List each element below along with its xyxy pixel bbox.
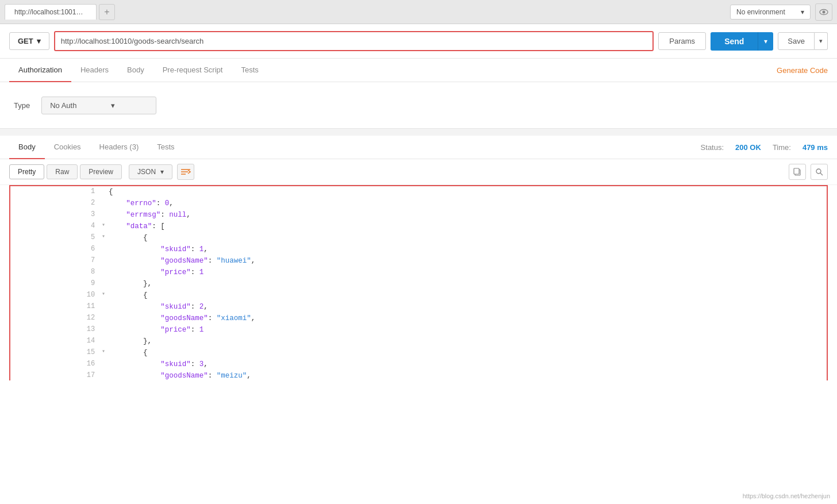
send-group: Send ▾ xyxy=(711,32,773,51)
table-row: 10▾ { xyxy=(10,290,827,301)
table-row: 4▾ "data": [ xyxy=(10,221,827,232)
status-value: 200 OK xyxy=(735,143,761,152)
active-tab[interactable]: http://localhost:10010/goc xyxy=(5,4,97,20)
fold-arrow xyxy=(101,313,109,324)
table-row: 2 "errno": 0, xyxy=(10,198,827,209)
time-label: Time: xyxy=(773,143,791,152)
eye-button[interactable] xyxy=(815,3,832,21)
svg-point-7 xyxy=(816,169,821,174)
copy-icon xyxy=(793,168,801,176)
fold-arrow[interactable]: ▾ xyxy=(101,221,109,232)
response-tab-tests[interactable]: Tests xyxy=(148,136,183,159)
generate-code-link[interactable]: Generate Code xyxy=(777,66,828,75)
main-layout: GET ▾ Params Send ▾ Save ▾ Authorization… xyxy=(0,24,837,504)
save-dropdown-button[interactable]: ▾ xyxy=(815,32,828,50)
status-info: Status: 200 OK Time: 479 ms xyxy=(701,143,828,152)
tab-prerequest[interactable]: Pre-request Script xyxy=(153,59,232,82)
table-row: 14 }, xyxy=(10,336,827,347)
svg-line-8 xyxy=(820,173,823,175)
response-tab-cookies[interactable]: Cookies xyxy=(45,136,90,159)
send-dropdown-button[interactable]: ▾ xyxy=(758,32,773,51)
environment-selector[interactable]: No environment ▾ xyxy=(730,5,811,20)
fold-arrow xyxy=(101,198,109,209)
table-row: 1{ xyxy=(10,186,827,198)
table-row: 7 "goodsName": "huawei", xyxy=(10,255,827,267)
auth-type-selector[interactable]: No Auth ▾ xyxy=(41,97,156,114)
method-button[interactable]: GET ▾ xyxy=(9,32,49,50)
code-content[interactable]: 1{2 "errno": 0,3 "errmsg": null,4▾ "data… xyxy=(0,185,837,380)
env-chevron-icon: ▾ xyxy=(801,8,804,16)
wrap-icon xyxy=(181,168,191,176)
send-button[interactable]: Send xyxy=(711,32,758,51)
fold-arrow xyxy=(101,267,109,278)
wrap-button[interactable] xyxy=(177,164,194,180)
fold-arrow xyxy=(101,255,109,267)
auth-section: Authorization Headers Body Pre-request S… xyxy=(0,59,837,129)
type-label: Type xyxy=(14,101,30,110)
tab-body[interactable]: Body xyxy=(118,59,153,82)
table-row: 3 "errmsg": null, xyxy=(10,209,827,221)
add-tab-button[interactable]: + xyxy=(99,4,115,20)
search-code-button[interactable] xyxy=(811,164,828,180)
url-input[interactable] xyxy=(55,32,653,50)
format-label: JSON xyxy=(137,168,156,176)
table-row: 15▾ { xyxy=(10,347,827,359)
status-label: Status: xyxy=(701,143,724,152)
response-section: Body Cookies Headers (3) Tests Status: 2… xyxy=(0,136,837,504)
fold-arrow xyxy=(101,324,109,336)
svg-point-1 xyxy=(823,10,826,13)
eye-icon xyxy=(819,7,828,17)
search-code-icon xyxy=(815,168,823,176)
fold-arrow xyxy=(101,370,109,380)
fold-arrow[interactable]: ▾ xyxy=(101,347,109,359)
table-row: 11 "skuid": 2, xyxy=(10,301,827,313)
format-chevron-icon: ▾ xyxy=(160,168,164,176)
fold-arrow xyxy=(101,359,109,370)
url-input-wrap xyxy=(54,31,654,51)
auth-type-chevron-icon: ▾ xyxy=(111,101,115,110)
pretty-button[interactable]: Pretty xyxy=(9,164,44,179)
fold-arrow xyxy=(101,301,109,313)
save-button[interactable]: Save xyxy=(778,32,815,50)
top-right-controls: No environment ▾ xyxy=(730,3,832,21)
fold-arrow[interactable]: ▾ xyxy=(101,290,109,301)
fold-arrow[interactable]: ▾ xyxy=(101,232,109,244)
fold-arrow xyxy=(101,209,109,221)
auth-type-value: No Auth xyxy=(50,101,76,110)
preview-button[interactable]: Preview xyxy=(80,164,122,179)
fold-arrow xyxy=(101,186,109,198)
response-tabs-row: Body Cookies Headers (3) Tests Status: 2… xyxy=(0,136,837,159)
request-bar: GET ▾ Params Send ▾ Save ▾ xyxy=(0,24,837,59)
fold-arrow xyxy=(101,278,109,290)
table-row: 6 "skuid": 1, xyxy=(10,244,827,255)
params-button[interactable]: Params xyxy=(658,32,706,50)
env-label: No environment xyxy=(736,8,785,16)
table-row: 9 }, xyxy=(10,278,827,290)
table-row: 13 "price": 1 xyxy=(10,324,827,336)
request-tabs-row: Authorization Headers Body Pre-request S… xyxy=(0,59,837,82)
method-chevron-icon: ▾ xyxy=(37,37,41,45)
method-label: GET xyxy=(18,37,33,45)
response-tab-body[interactable]: Body xyxy=(9,136,45,159)
table-row: 5▾ { xyxy=(10,232,827,244)
fold-arrow xyxy=(101,336,109,347)
tab-tests[interactable]: Tests xyxy=(232,59,267,82)
tab-authorization[interactable]: Authorization xyxy=(9,59,71,82)
tab-headers[interactable]: Headers xyxy=(71,59,118,82)
format-selector[interactable]: JSON ▾ xyxy=(129,164,172,179)
copy-button[interactable] xyxy=(789,164,806,180)
response-tab-headers[interactable]: Headers (3) xyxy=(90,136,148,159)
table-row: 17 "goodsName": "meizu", xyxy=(10,370,827,380)
save-group: Save ▾ xyxy=(778,32,828,50)
top-bar: http://localhost:10010/goc + No environm… xyxy=(0,0,837,24)
code-table: 1{2 "errno": 0,3 "errmsg": null,4▾ "data… xyxy=(9,185,828,380)
code-toolbar: Pretty Raw Preview JSON ▾ xyxy=(0,159,837,185)
fold-arrow xyxy=(101,244,109,255)
table-row: 8 "price": 1 xyxy=(10,267,827,278)
raw-button[interactable]: Raw xyxy=(47,164,78,179)
watermark: https://blog.csdn.net/hezhenjun xyxy=(743,493,830,499)
table-row: 12 "goodsName": "xiaomi", xyxy=(10,313,827,324)
time-value: 479 ms xyxy=(803,143,828,152)
svg-rect-6 xyxy=(794,168,799,174)
table-row: 16 "skuid": 3, xyxy=(10,359,827,370)
